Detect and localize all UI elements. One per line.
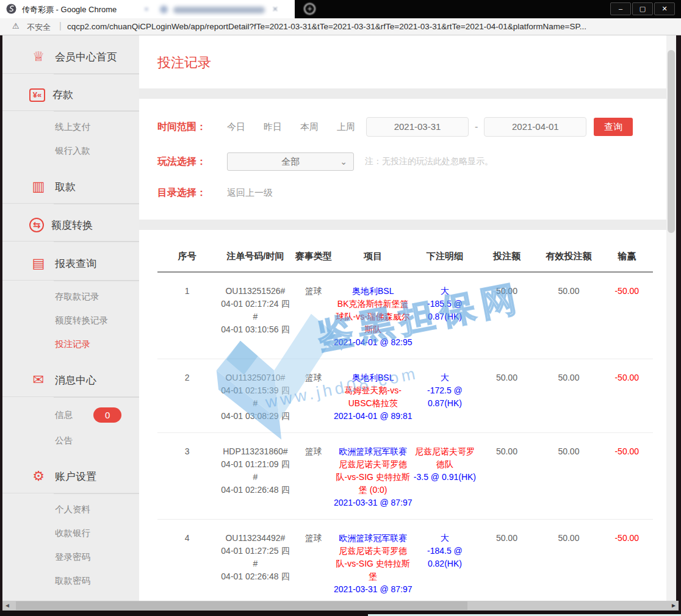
cell-line: HDP113231860# — [217, 445, 294, 458]
window-title: 传奇彩票 - Google Chrome — [22, 4, 117, 15]
table-header-row: 序号注单号码/时间赛事类型项目下注明细投注额有效投注额输赢 — [157, 251, 653, 273]
cell-project: 奥地利BSLBK克洛斯特新堡篮球队-vs-瑞佛森威尔斯队2021-04-01 @… — [333, 285, 413, 349]
sidebar-section: ▤报表查询存取款记录额度转换记录投注记录 — [2, 242, 139, 359]
sidebar-subitem-存取款记录[interactable]: 存取款记录 — [2, 285, 139, 309]
cell-bet-amount: 50.00 — [477, 371, 536, 423]
cell-index: 4 — [157, 532, 217, 596]
cell-line: 04-01 02:26:48 四 — [217, 570, 294, 583]
cell-line: 04-01 01:27:25 四 — [217, 545, 294, 557]
sidebar-subitem-线上支付[interactable]: 线上支付 — [2, 115, 139, 139]
sidebar-subitem-label: 信息 — [55, 409, 73, 421]
sidebar: ♕会员中心首页¥«存款线上支付银行入款▥取款⇆额度转换▤报表查询存取款记录额度转… — [2, 35, 139, 601]
cell-line: 04-01 02:17:24 四 — [217, 298, 294, 310]
directory-row: 目录选择： 返回上一级 — [139, 187, 666, 199]
back-up-level-link[interactable]: 返回上一级 — [227, 187, 273, 199]
sidebar-section: ▥取款 — [2, 165, 139, 204]
cell-line: 大 — [413, 532, 477, 545]
vertical-scrollbar-thumb[interactable] — [668, 50, 675, 233]
window-controls: – ▢ ✕ — [610, 2, 675, 15]
message-count-badge: 0 — [93, 407, 121, 423]
cell-line: -50.00 — [601, 285, 653, 298]
cell-valid-amount: 50.00 — [536, 285, 601, 349]
sidebar-subitem-label: 个人资料 — [55, 504, 90, 515]
sidebar-section: ⇆额度转换 — [2, 204, 139, 242]
crown-icon: ♕ — [29, 49, 48, 65]
cell-index: 2 — [157, 371, 217, 423]
cell-line: # — [217, 471, 294, 484]
quick-thisweek-link[interactable]: 本周 — [300, 121, 319, 133]
sidebar-subitem-公告[interactable]: 公告 — [2, 429, 139, 453]
vertical-scrollbar[interactable] — [666, 35, 676, 601]
cell-order-number-time: HDP113231860#04-01 01:21:09 四#04-01 02:2… — [217, 445, 294, 509]
maximize-button[interactable]: ▢ — [632, 2, 653, 15]
sidebar-subitem-收款银行[interactable]: 收款银行 — [2, 521, 139, 545]
sidebar-item-取款[interactable]: ▥取款 — [2, 174, 139, 203]
blurred-tab-favicon — [160, 5, 168, 13]
cell-line: 04-01 02:15:39 四 — [217, 384, 294, 397]
sidebar-subitem-label: 存取款记录 — [55, 291, 99, 303]
play-select-dropdown[interactable]: 全部 ⌄ — [227, 152, 354, 171]
new-tab-icon[interactable]: + — [304, 3, 315, 15]
horizontal-scrollbar[interactable]: ◄ ► — [2, 601, 679, 611]
sidebar-subitem-个人资料[interactable]: 个人资料 — [2, 498, 139, 521]
sidebar-item-label: 报表查询 — [55, 257, 96, 271]
sidebar-section: ⚙账户设置个人资料收款银行登录密码取款密码 — [2, 455, 139, 595]
message-icon: ✉ — [29, 372, 48, 388]
cell-line: -185.5 @ 0.87(HK) — [413, 298, 477, 323]
cell-bet-amount: 50.00 — [477, 532, 536, 596]
column-header: 注单号码/时间 — [217, 251, 294, 262]
url-text[interactable]: cqcp2.com/chuanQiCPLoginWeb/app/reportDe… — [67, 22, 672, 31]
sidebar-item-存款[interactable]: ¥«存款 — [2, 83, 139, 110]
cell-valid-amount: 50.00 — [536, 445, 601, 509]
sidebar-subitem-取款密码[interactable]: 取款密码 — [2, 569, 139, 593]
cell-valid-amount: 50.00 — [536, 371, 601, 423]
close-button[interactable]: ✕ — [654, 2, 675, 15]
sidebar-item-额度转换[interactable]: ⇆额度转换 — [2, 213, 139, 241]
scroll-right-arrow-icon[interactable]: ► — [669, 601, 679, 611]
sidebar-subitem-信息[interactable]: 信息0 — [2, 401, 139, 429]
table-row: 2OU113250710#04-01 02:15:39 四#04-01 03:0… — [157, 359, 653, 433]
cell-win-loss: -50.00 — [601, 371, 653, 423]
cell-line: 欧洲篮球冠军联赛 — [333, 445, 413, 458]
sidebar-item-账户设置[interactable]: ⚙账户设置 — [2, 464, 139, 493]
blurred-tab-title — [173, 7, 265, 13]
table-rows: 1OU113251526#04-01 02:17:24 四#04-01 03:1… — [139, 273, 666, 601]
date-to-input[interactable]: 2021-04-01 — [484, 117, 586, 137]
quick-yesterday-link[interactable]: 昨日 — [264, 121, 282, 133]
sidebar-item-消息中心[interactable]: ✉消息中心 — [2, 367, 139, 396]
sidebar-subitem-投注记录[interactable]: 投注记录 — [2, 332, 139, 356]
site-favicon-icon — [6, 4, 16, 14]
sidebar-item-会员中心首页[interactable]: ♕会员中心首页 — [2, 44, 139, 73]
sidebar-subitem-label: 收款银行 — [55, 528, 90, 539]
quick-lastweek-link[interactable]: 上周 — [337, 121, 355, 133]
sidebar-item-label: 消息中心 — [55, 373, 96, 387]
cell-line: -50.00 — [601, 532, 653, 545]
quick-range-links: 今日 昨日 本周 上周 — [227, 121, 355, 133]
cell-line: 04-01 03:08:29 四 — [217, 410, 294, 423]
cell-line: 2021-03-31 @ 87:97 — [333, 496, 413, 509]
cell-line: 2021-04-01 @ 89:81 — [333, 410, 413, 423]
cell-bet-amount: 50.00 — [477, 445, 536, 509]
cell-line: 尼兹尼诺夫哥罗德队-vs-SIG 史特拉斯堡 (0:0) — [333, 458, 413, 496]
sidebar-subitem-额度转换记录[interactable]: 额度转换记录 — [2, 309, 139, 332]
cell-project: 欧洲篮球冠军联赛尼兹尼诺夫哥罗德队-vs-SIG 史特拉斯堡 (0:0)2021… — [333, 445, 413, 509]
sidebar-subitem-登录密码[interactable]: 登录密码 — [2, 545, 139, 569]
sidebar-item-label: 会员中心首页 — [55, 50, 117, 64]
cell-line: 奥地利BSL — [333, 285, 413, 298]
cell-line: OU113234492# — [217, 532, 294, 545]
not-secure-label[interactable]: 不安全 — [27, 22, 51, 33]
horizontal-scrollbar-thumb[interactable] — [16, 601, 467, 610]
minimize-button[interactable]: – — [610, 2, 631, 15]
cell-valid-amount: 50.00 — [536, 532, 601, 596]
query-button[interactable]: 查询 — [594, 118, 633, 136]
cell-bet-detail: 大-172.5 @ 0.87(HK) — [413, 371, 477, 423]
scroll-left-arrow-icon[interactable]: ◄ — [2, 601, 12, 611]
sidebar-item-label: 取款 — [55, 180, 76, 194]
sidebar-subitem-银行入款[interactable]: 银行入款 — [2, 139, 139, 163]
bet-records-table: 序号注单号码/时间赛事类型项目下注明细投注额有效投注额输赢 1OU1132515… — [139, 251, 666, 601]
sidebar-item-报表查询[interactable]: ▤报表查询 — [2, 251, 139, 280]
quick-today-link[interactable]: 今日 — [227, 121, 245, 133]
sidebar-subitem-label: 额度转换记录 — [55, 315, 108, 326]
date-from-input[interactable]: 2021-03-31 — [366, 117, 469, 137]
address-bar: ⚠ 不安全 | cqcp2.com/chuanQiCPLoginWeb/app/… — [0, 18, 681, 35]
